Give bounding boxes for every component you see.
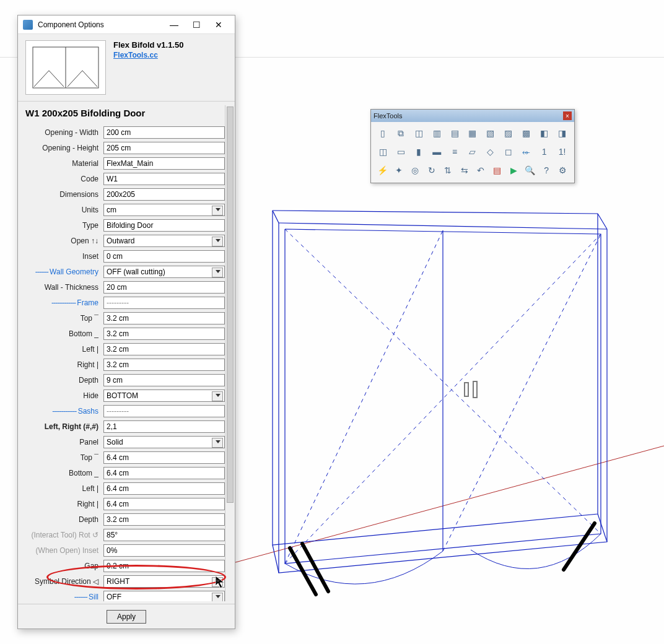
list-icon[interactable]: ▤ [490, 162, 505, 179]
field-frame-bottom[interactable]: 3.2 cm [103, 328, 225, 340]
titlebar: Component Options — ☐ ✕ [18, 15, 235, 34]
flip-horizontal-icon[interactable]: ⇆ [457, 162, 473, 179]
component-icon[interactable]: ⬰ [518, 143, 535, 160]
field-sash-left[interactable]: 6.4 cm [103, 482, 225, 495]
field-type[interactable]: Bifolding Door [103, 219, 225, 232]
close-icon[interactable]: × [563, 111, 572, 120]
select-frame-hide-value: BOTTOM [107, 391, 138, 400]
undo-icon[interactable]: ↶ [473, 162, 489, 179]
select-symbol-direction-value: RIGHT [107, 577, 129, 586]
window-awning-icon[interactable]: ▩ [518, 124, 535, 142]
door-double-icon[interactable]: ⧉ [393, 124, 409, 142]
dialog-footer: Apply [18, 604, 235, 629]
field-sash-right[interactable]: 6.4 cm [103, 498, 225, 510]
label-open: Open ↑↓ [22, 237, 101, 245]
select-symbol-direction[interactable]: RIGHT [103, 575, 225, 588]
minimize-button[interactable]: — [163, 16, 185, 33]
label-frame-top: Top ¯ [22, 314, 101, 323]
field-material[interactable]: FlexMat_Main [103, 157, 225, 170]
apply-button[interactable]: Apply [107, 610, 146, 624]
select-sill[interactable]: OFF [103, 591, 225, 602]
window-single-icon[interactable]: ▦ [465, 124, 481, 142]
flip-vertical-icon[interactable]: ⇅ [440, 162, 456, 179]
field-sash-top[interactable]: 6.4 cm [103, 451, 225, 464]
panel-icon[interactable]: ◫ [375, 143, 391, 160]
options-scrollarea: W1 200x205 Bifolding Door Opening - Widt… [22, 105, 231, 601]
door-sliding-icon[interactable]: ▤ [447, 124, 463, 142]
field-inset[interactable]: 0 cm [103, 250, 225, 263]
label-material: Material [22, 159, 101, 168]
search-icon[interactable]: 🔍 [523, 162, 538, 179]
cursor-icon [216, 576, 228, 590]
component-heading: W1 200x205 Bifolding Door [22, 105, 231, 124]
svg-line-10 [285, 230, 443, 564]
svg-line-11 [443, 234, 601, 551]
label-units: Units [22, 206, 101, 214]
window-corner-icon[interactable]: ◨ [554, 124, 570, 142]
field-left-right[interactable]: 2,1 [103, 420, 225, 433]
loop-icon[interactable]: ↻ [424, 162, 440, 179]
label-type: Type [22, 221, 101, 230]
select-wall-geometry[interactable]: OFF (wall cutting) [103, 266, 225, 278]
field-code[interactable]: W1 [103, 173, 225, 185]
help-icon[interactable]: ? [539, 162, 554, 179]
field-sash-depth[interactable]: 3.2 cm [103, 513, 225, 526]
door-pivot-icon[interactable]: ◫ [411, 124, 427, 142]
label-code: Code [22, 175, 101, 183]
section-frame: Frame [22, 298, 101, 307]
select-sill-value: OFF [107, 593, 121, 601]
target-icon[interactable]: ◎ [408, 162, 423, 179]
scrollbar-thumb[interactable] [227, 107, 234, 503]
label-sash-right: Right | [22, 500, 101, 508]
wall-opening-icon[interactable]: ◇ [482, 143, 499, 160]
field-frame-top[interactable]: 3.2 cm [103, 312, 225, 324]
field-when-open-inset[interactable]: 0% [103, 544, 225, 557]
glass-panel-icon[interactable]: ▭ [393, 143, 409, 160]
select-open[interactable]: Outward [103, 235, 225, 247]
door-single-icon[interactable]: ▯ [375, 124, 391, 142]
bolt-icon[interactable]: ⚡ [375, 162, 390, 179]
number-one-icon[interactable]: 1 [536, 143, 553, 160]
sparkle-icon[interactable]: ✦ [391, 162, 407, 179]
gear-icon[interactable]: ⚙ [556, 162, 571, 179]
field-sash-bottom[interactable]: 6.4 cm [103, 467, 225, 479]
curtain-wall-icon[interactable]: ▮ [411, 143, 427, 160]
louvre-icon[interactable]: ≡ [447, 143, 463, 160]
label-when-open-inset: (When Open) Inset [22, 546, 101, 555]
select-frame-hide[interactable]: BOTTOM [103, 389, 225, 402]
wall-cut-icon[interactable]: ▱ [465, 143, 481, 160]
window-sliding-icon[interactable]: ▨ [500, 124, 517, 142]
window-double-icon[interactable]: ▧ [482, 124, 499, 142]
field-frame-left[interactable]: 3.2 cm [103, 343, 225, 355]
select-panel[interactable]: Solid [103, 436, 225, 448]
field-opening-height[interactable]: 205 cm [103, 142, 225, 154]
shutter-icon[interactable]: ▬ [429, 143, 445, 160]
label-sash-left: Left | [22, 484, 101, 493]
label-frame-depth: Depth [22, 376, 101, 385]
vendor-link[interactable]: FlexTools.cc [113, 51, 183, 59]
toolbar-header[interactable]: FlexTools × [371, 110, 574, 122]
svg-line-5 [273, 545, 279, 573]
field-frame-right[interactable]: 3.2 cm [103, 359, 225, 371]
flextools-toolbar[interactable]: FlexTools × ▯ ⧉ ◫ ▥ ▤ ▦ ▧ ▨ ▩ ◧ ◨ ◫ ▭ ▮ … [370, 109, 575, 183]
maximize-button[interactable]: ☐ [185, 16, 208, 33]
select-open-value: Outward [107, 237, 134, 245]
select-units[interactable]: cm [103, 204, 225, 216]
door-bifold-icon[interactable]: ▥ [429, 124, 445, 142]
scrollbar[interactable] [225, 105, 235, 601]
label-wall-geometry: Wall Geometry [22, 268, 101, 276]
floor-icon[interactable]: ◻ [500, 143, 517, 160]
field-wall-thickness[interactable]: 20 cm [103, 281, 225, 294]
field-gap[interactable]: 0.2 cm [103, 560, 225, 572]
label-left-right: Left, Right (#,#) [22, 422, 101, 431]
play-icon[interactable]: ▶ [506, 162, 522, 179]
component-options-dialog: Component Options — ☐ ✕ Flex Bifold v1.1… [17, 15, 235, 629]
close-button[interactable]: ✕ [208, 16, 230, 33]
number-many-icon[interactable]: 1! [554, 143, 570, 160]
window-fixed-icon[interactable]: ◧ [536, 124, 553, 142]
field-opening-width[interactable]: 200 cm [103, 126, 225, 139]
field-dimensions[interactable]: 200x205 [103, 188, 225, 201]
chevron-down-icon [216, 394, 221, 397]
field-frame-depth[interactable]: 9 cm [103, 374, 225, 386]
field-rot[interactable]: 85° [103, 529, 225, 541]
